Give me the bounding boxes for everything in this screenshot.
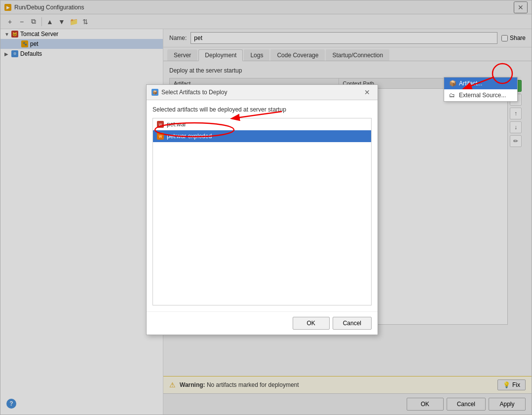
artifact-label-petwar-exploded: pet:war exploded [167, 133, 212, 140]
modal-ok-button[interactable]: OK [293, 317, 330, 330]
modal-close-button[interactable]: ✕ [362, 88, 373, 97]
modal-cancel-button[interactable]: Cancel [333, 317, 372, 330]
modal-title-bar: 📦 Select Artifacts to Deploy ✕ [147, 85, 378, 100]
war-icon: W [157, 121, 164, 128]
modal-subtitle: Selected artifacts will be deployed at s… [152, 106, 372, 113]
popup-item-artifact[interactable]: 📦 Artifact... [444, 77, 517, 89]
popup-label-external: External Source... [459, 92, 506, 99]
modal-overlay: 📦 Select Artifacts to Deploy ✕ Selected … [0, 0, 532, 415]
popup-label-artifact: Artifact... [459, 80, 482, 87]
popup-menu: 📦 Artifact... 🗂 External Source... [444, 77, 518, 102]
modal-icon: 📦 [152, 89, 158, 96]
modal-body: Selected artifacts will be deployed at s… [147, 100, 378, 311]
artifact-item-petwar-exploded[interactable]: W pet:war exploded [153, 130, 371, 142]
modal-title: Select Artifacts to Deploy [161, 89, 227, 96]
artifact-menu-icon: 📦 [449, 80, 456, 87]
external-source-icon: 🗂 [449, 92, 456, 99]
artifact-item-petwar[interactable]: W pet:war [153, 118, 371, 130]
artifact-list: W pet:war W pet:war exploded [152, 118, 372, 305]
modal-buttons: OK Cancel [147, 311, 378, 335]
artifact-label-petwar: pet:war [167, 121, 186, 128]
popup-item-external-source[interactable]: 🗂 External Source... [444, 89, 517, 101]
war-exploded-icon: W [157, 133, 164, 140]
select-artifacts-dialog: 📦 Select Artifacts to Deploy ✕ Selected … [146, 84, 378, 335]
